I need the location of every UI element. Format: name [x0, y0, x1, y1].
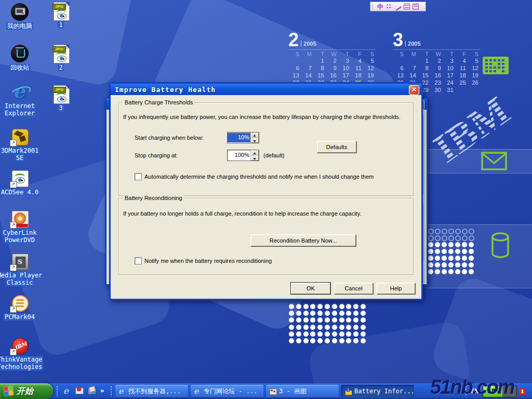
dot — [310, 331, 315, 337]
ime-chinese-indicator[interactable]: 中 — [377, 4, 383, 10]
calendar-weekday: W — [326, 51, 338, 58]
calendar-day: 3 — [338, 58, 351, 65]
desktop-icon-internet-explorer[interactable]: e Internet Explorer — [0, 83, 44, 117]
battery-meter[interactable]: 58% — [483, 385, 517, 397]
calendar-day: 10 — [443, 65, 455, 72]
dot — [332, 317, 337, 323]
help-button[interactable]: Help — [377, 283, 415, 294]
calendar-day: 25 — [455, 79, 468, 87]
spinner-up-icon[interactable] — [251, 150, 259, 155]
stop-charging-value[interactable]: 100% — [228, 150, 250, 161]
spinner-down-icon[interactable] — [251, 138, 259, 143]
improve-battery-health-dialog: Improve Battery Health ✕ Battery Charge … — [109, 82, 423, 300]
close-button[interactable]: ✕ — [409, 85, 419, 95]
dot — [310, 325, 315, 330]
dot — [317, 338, 323, 343]
calendar-day: 7 — [301, 65, 313, 72]
database-cylinder-icon — [489, 230, 511, 259]
dot — [455, 242, 460, 247]
language-indicator[interactable]: EN — [471, 388, 478, 395]
desktop-icon-my-computer[interactable]: 我的电脑 — [0, 3, 44, 30]
desktop-icon-powerdvd[interactable]: ↗ CyberLink PowerDVD — [0, 210, 44, 244]
auto-determine-checkbox[interactable] — [135, 173, 142, 180]
cancel-button[interactable]: Cancel — [334, 283, 373, 294]
calendar-day: 14 — [301, 72, 313, 79]
desktop-icon-pcmark04[interactable]: ↗ PCMark04 — [0, 294, 44, 321]
start-charging-spinner[interactable]: 10% — [227, 132, 259, 143]
ok-button[interactable]: OK — [291, 283, 330, 294]
jpg-file-icon: JPG — [54, 45, 70, 63]
desktop-icon-jpg-1[interactable]: JPG 1 — [48, 2, 74, 29]
calendar-day: 13 — [288, 72, 301, 79]
desktop-icon-recycle-bin[interactable]: 回收站 — [0, 45, 44, 71]
spreadsheet-grid-icon — [482, 56, 509, 76]
dot — [361, 317, 366, 323]
desktop-icon-acdsee[interactable]: ↗ ACDSee 4.0 — [0, 169, 44, 196]
dot — [448, 229, 454, 234]
dot — [310, 317, 315, 323]
dot — [448, 242, 454, 247]
ime-language-bar[interactable]: 中 — [370, 2, 426, 11]
notify-reconditioning-checkbox[interactable] — [135, 257, 142, 264]
dot — [332, 331, 337, 337]
dot — [325, 311, 330, 316]
ime-grip-handle[interactable] — [373, 4, 375, 9]
desktop-icon-media-player-classic[interactable]: s ↗ Media Player Classic — [0, 252, 44, 286]
ime-fullhalf-icon[interactable] — [386, 4, 392, 9]
taskbar-separator[interactable] — [465, 385, 467, 397]
calendar-day — [393, 58, 405, 65]
dot — [448, 235, 454, 241]
calendar-day: 12 — [468, 65, 480, 72]
quick-launch-media-icon[interactable] — [87, 387, 97, 396]
desktop-icon-jpg-3[interactable]: JPG 3 — [48, 85, 74, 112]
calendar-day: 4 — [351, 58, 363, 65]
battery-percent: 58% — [487, 387, 499, 395]
desktop-icon-jpg-2[interactable]: JPG 2 — [48, 45, 74, 71]
dot — [353, 317, 358, 323]
calendar-day: 2 — [326, 58, 338, 65]
spinner-down-icon[interactable] — [251, 155, 259, 161]
recondition-battery-button[interactable]: Recondition Battery Now... — [250, 234, 356, 246]
desktop-icon-3dmark2001[interactable]: ↗ 3DMark2001 SE — [0, 128, 44, 162]
taskbar-separator[interactable] — [110, 385, 112, 397]
dot — [455, 235, 461, 241]
ime-keyboard-icon[interactable] — [404, 4, 410, 9]
defaults-button[interactable]: Defaults — [317, 141, 356, 153]
calendar-day: 7 — [405, 65, 418, 72]
taskbar-task-paint[interactable]: 3 - 画图 — [266, 385, 339, 397]
dot — [435, 235, 441, 241]
calendar-weekday: F — [455, 51, 468, 58]
desktop-screen: 2 2005 SMTWTFS 1234567891011121314151617… — [0, 0, 532, 399]
dot — [462, 256, 467, 261]
calendar-weekday: S — [363, 51, 376, 58]
taskbar-task-ie-forum[interactable]: e 专门网论坛 - ... — [191, 385, 263, 397]
dot — [325, 317, 330, 323]
tray-alert-icon[interactable] — [519, 388, 526, 395]
dot — [469, 262, 474, 268]
dot — [442, 256, 447, 261]
taskbar-task-ie-server-not-found[interactable]: e 找不到服务器,... — [115, 385, 188, 397]
start-button[interactable]: 开始 — [0, 383, 53, 399]
desktop-icon-thinkvantage[interactable]: IBM ↗ ThinkVantage Technologies — [0, 337, 44, 370]
dot — [428, 249, 433, 254]
taskbar-separator[interactable] — [56, 385, 58, 397]
dot — [361, 338, 366, 343]
dot — [353, 331, 358, 337]
icon-label: 3DMark2001 SE — [0, 147, 44, 162]
calendar-day: 14 — [405, 72, 418, 79]
quick-launch-ie-icon[interactable]: e — [61, 387, 71, 396]
quick-launch-outlook-express-icon[interactable] — [74, 387, 84, 396]
dot — [353, 325, 358, 330]
calendar-weekday: M — [301, 51, 313, 58]
ime-pen-icon[interactable] — [395, 4, 401, 9]
quick-launch-overflow-chevron[interactable]: » — [100, 387, 104, 394]
taskbar-task-battery-information[interactable]: i Battery Infor... — [341, 385, 414, 397]
dot — [310, 338, 315, 343]
stop-charging-spinner[interactable]: 100% — [227, 150, 259, 161]
start-charging-value[interactable]: 10% — [228, 133, 250, 142]
dialog-titlebar[interactable]: Improve Battery Health ✕ — [111, 84, 421, 95]
taskbar: 开始 e » e 找不到服务器,... e 专门网论坛 - ... — [0, 383, 532, 399]
spinner-up-icon[interactable] — [251, 132, 259, 138]
calendar-year: 2005 — [405, 41, 420, 47]
ime-menu-icon[interactable] — [413, 4, 419, 9]
